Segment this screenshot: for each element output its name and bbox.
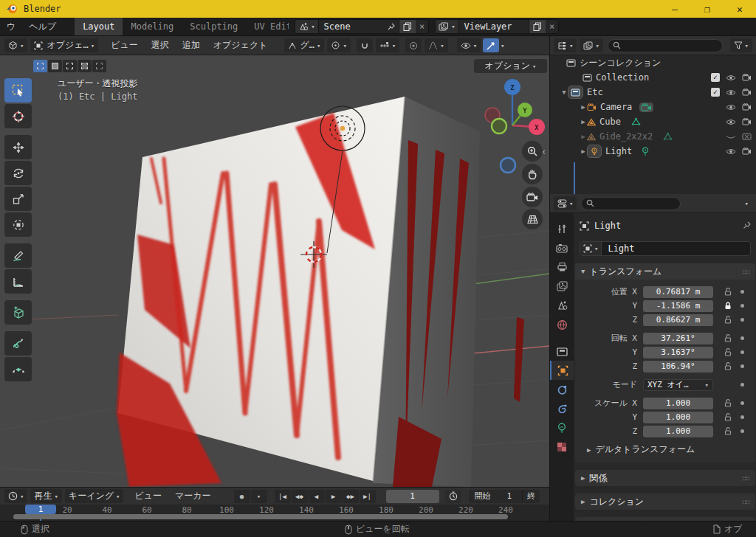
outliner-filter-id-button[interactable]: ▾ — [580, 38, 602, 52]
menu-keying[interactable]: キーイング▾ — [65, 489, 124, 503]
menu-add[interactable]: 追加 — [176, 39, 207, 52]
viewlayer-icon[interactable]: ▾ — [436, 20, 458, 33]
select-mode-extend[interactable] — [48, 60, 62, 72]
scale-z-input[interactable]: 1.000 — [643, 426, 713, 437]
tab-physics[interactable] — [550, 399, 574, 418]
remove-viewlayer-icon[interactable]: × — [546, 20, 558, 33]
rotation-z-input[interactable]: 106.94° — [643, 361, 713, 373]
disclosure-icon[interactable]: ▶ — [580, 103, 587, 111]
camera-data-badge[interactable] — [639, 103, 653, 112]
proportional-falloff-button[interactable]: ▾ — [425, 38, 447, 52]
outliner-filter-button[interactable]: ▾ — [730, 38, 752, 52]
location-x-input[interactable]: 0.76817 m — [643, 286, 713, 298]
disclosure-icon[interactable]: ▶ — [580, 118, 587, 125]
properties-search-input[interactable] — [581, 197, 681, 210]
eye-icon[interactable] — [726, 148, 736, 155]
select-mode-new[interactable] — [33, 60, 47, 72]
menu-playback[interactable]: 再生▾ — [30, 489, 61, 503]
viewlayer-name[interactable]: ViewLayer — [459, 21, 529, 32]
select-mode-intersect[interactable] — [92, 60, 106, 72]
lock-open-icon[interactable] — [723, 427, 733, 435]
snap-toggle-magnet-icon[interactable] — [357, 38, 373, 52]
object-name-value[interactable]: Light — [602, 243, 640, 254]
scene-name[interactable]: Scene — [319, 21, 383, 32]
outliner-row-gide[interactable]: ▶ Gide_2x2x2 — [550, 129, 756, 144]
tab-collection-props[interactable] — [550, 342, 574, 361]
new-viewlayer-icon[interactable] — [529, 20, 546, 33]
pin-icon[interactable] — [383, 20, 399, 33]
collections-panel-header[interactable]: ▶ コレクション ∷∷ — [575, 493, 755, 510]
tool-add-cube[interactable] — [4, 300, 32, 325]
menu-timeline-view[interactable]: ビュー — [128, 490, 168, 502]
tab-output[interactable] — [550, 257, 574, 277]
minimize-button[interactable]: — — [659, 0, 691, 18]
panel-grip-icon[interactable]: ∷∷ — [742, 498, 749, 506]
outliner-row-light[interactable]: ▶ Light — [550, 144, 756, 159]
play-button[interactable]: ▶ — [326, 490, 342, 503]
timeline-scrollbar[interactable] — [13, 514, 508, 519]
viewport-3d[interactable]: Z Y X ユーザー・透視投影 (1) Etc | Light オプション▾ ‹ — [0, 55, 549, 487]
eye-closed-icon[interactable] — [726, 134, 736, 140]
outliner-row-etc[interactable]: ▼ Etc ✓ — [550, 85, 756, 100]
mesh-data-badge[interactable] — [631, 117, 641, 126]
scale-y-input[interactable]: 1.000 — [643, 412, 713, 423]
lock-open-icon[interactable] — [723, 413, 733, 421]
animate-dot[interactable] — [739, 289, 745, 295]
timeline-ruler[interactable]: 20 40 60 80 100 120 140 160 180 200 220 … — [0, 505, 549, 521]
disclosure-icon[interactable]: ▶ — [580, 148, 587, 155]
options-dropdown-button[interactable]: オプション▾ — [474, 59, 547, 73]
snap-settings-button[interactable]: ▾ — [376, 38, 399, 52]
object-name-field[interactable]: ▾ Light — [580, 241, 751, 256]
workspace-tab-layout[interactable]: Layout — [75, 18, 123, 35]
rotation-mode-dropdown[interactable]: XYZ オイ… ▾ — [643, 379, 713, 391]
use-preview-range-icon[interactable] — [445, 490, 461, 503]
eye-icon[interactable] — [726, 104, 736, 111]
select-mode-subtract[interactable] — [63, 60, 77, 72]
lock-open-icon[interactable] — [723, 334, 733, 342]
eye-icon[interactable] — [726, 119, 736, 125]
tab-render[interactable] — [550, 238, 574, 257]
tool-annotate[interactable] — [4, 243, 32, 268]
jump-to-start-button[interactable]: |◀ — [275, 490, 291, 503]
animate-dot[interactable] — [739, 415, 745, 420]
pan-button[interactable] — [522, 164, 543, 184]
menu-marker[interactable]: マーカー — [168, 490, 218, 502]
workspace-tab-modeling[interactable]: Modeling — [123, 18, 182, 35]
tool-cursor[interactable] — [4, 104, 32, 128]
eye-icon[interactable] — [726, 75, 736, 81]
panel-grip-icon[interactable]: ∷∷ — [742, 268, 749, 276]
relations-panel-header[interactable]: ▶ 関係 ∷∷ — [575, 470, 755, 486]
animate-dot[interactable] — [739, 350, 745, 356]
tab-texture[interactable] — [550, 437, 574, 457]
workspace-tab-sculpting[interactable]: Sculpting — [182, 18, 246, 35]
tool-curve-pen[interactable] — [4, 357, 32, 381]
gizmo-neg-z[interactable] — [501, 158, 515, 173]
disclosure-expanded-icon[interactable]: ▼ — [560, 89, 568, 96]
tab-object[interactable] — [550, 361, 574, 380]
camera-view-button[interactable] — [522, 187, 543, 207]
auto-key-button[interactable]: ● — [234, 490, 250, 503]
tab-light-data[interactable] — [550, 418, 574, 437]
tool-scale[interactable] — [4, 187, 32, 211]
menu-view[interactable]: ビュー — [104, 39, 145, 52]
scale-x-input[interactable]: 1.000 — [643, 398, 713, 409]
menu-select[interactable]: 選択 — [145, 39, 176, 52]
location-z-input[interactable]: 0.86627 m — [643, 314, 713, 326]
close-button[interactable]: ✕ — [724, 0, 756, 18]
lock-open-icon[interactable] — [723, 348, 733, 356]
timeline-editor-type-button[interactable]: ▾ — [4, 489, 27, 503]
transform-orientation-button[interactable]: グ… ▾ — [284, 38, 324, 52]
tool-measure[interactable] — [4, 269, 32, 294]
tab-constraints[interactable] — [550, 380, 574, 399]
workspace-tab-uvediting[interactable]: UV Editing — [246, 18, 289, 35]
pivot-point-button[interactable]: ▾ — [327, 38, 350, 52]
disclosure-icon[interactable]: ▶ — [580, 133, 587, 140]
lock-open-icon[interactable] — [723, 316, 733, 324]
auto-key-dropdown-icon[interactable]: ▾ — [251, 490, 267, 503]
proportional-edit-icon[interactable] — [405, 38, 422, 52]
new-scene-icon[interactable] — [399, 20, 416, 33]
lock-open-icon[interactable] — [723, 362, 733, 370]
viewlayer-selector[interactable]: ▾ ViewLayer × — [435, 19, 559, 34]
tool-draw[interactable] — [4, 331, 32, 356]
animate-dot[interactable] — [739, 364, 745, 370]
